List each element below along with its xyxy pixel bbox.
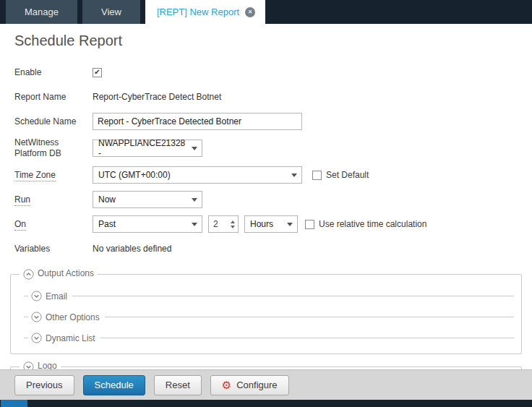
on-unit-selected-value: Hours	[250, 219, 273, 229]
on-label: On	[14, 219, 93, 230]
tab-new-report[interactable]: [REPT] New Report ✕	[145, 0, 265, 24]
page-title: Schedule Report	[14, 33, 522, 49]
divider	[100, 338, 514, 338]
chevron-down-icon	[291, 173, 297, 177]
time-zone-row: Time Zone UTC (GMT+00:00) Set Default	[14, 166, 522, 184]
email-toggle[interactable]: Email	[24, 291, 514, 301]
chevron-down-icon	[192, 223, 197, 226]
set-default-checkbox[interactable]	[312, 171, 322, 180]
schedule-name-row: Schedule Name	[14, 113, 522, 130]
tab-bar: Manage View [REPT] New Report ✕	[0, 0, 532, 24]
time-zone-selected-value: UTC (GMT+00:00)	[98, 170, 171, 180]
spinner-down-icon[interactable]	[231, 226, 235, 228]
email-label: Email	[46, 291, 67, 301]
divider	[105, 317, 514, 317]
relative-time-checkbox[interactable]	[305, 220, 314, 229]
chevron-up-circle-icon	[23, 269, 34, 280]
tab-view-label: View	[101, 7, 121, 17]
divider	[24, 338, 28, 338]
on-count-value: 2	[213, 219, 218, 229]
action-bar: Previous Schedule Reset ⚙ Configure	[0, 369, 532, 400]
enable-label: Enable	[14, 67, 93, 78]
chevron-down-circle-icon	[31, 291, 42, 301]
dynamic-list-label: Dynamic List	[46, 333, 95, 343]
run-select[interactable]: Now	[93, 191, 202, 208]
chevron-down-circle-icon	[31, 333, 42, 343]
spinner-up-icon[interactable]	[231, 220, 235, 223]
bottom-bar-accent	[1, 400, 27, 407]
on-range-select[interactable]: Past	[93, 215, 202, 233]
schedule-name-label: Schedule Name	[14, 116, 93, 127]
previous-button[interactable]: Previous	[14, 375, 74, 395]
report-name-label: Report Name	[14, 92, 93, 103]
check-icon: ✔	[94, 69, 100, 76]
enable-row: Enable ✔	[14, 64, 522, 81]
chevron-down-icon	[192, 147, 197, 150]
divider	[72, 296, 514, 296]
run-row: Run Now	[14, 191, 522, 208]
on-unit-select[interactable]: Hours	[244, 215, 298, 233]
on-count-input[interactable]: 2	[208, 215, 239, 233]
configure-label: Configure	[236, 380, 277, 390]
gear-icon: ⚙	[222, 380, 231, 390]
run-selected-value: Now	[98, 194, 116, 205]
on-row: On Past 2 Hours Use relative	[14, 215, 522, 233]
report-name-value: Report-CyberTrace Detect Botnet	[93, 92, 221, 102]
logo-section: Logo	[10, 360, 522, 369]
platform-db-select[interactable]: NWAPPLIANCE21328 -	[93, 140, 202, 157]
output-actions-label: Output Actions	[38, 268, 94, 278]
logo-toggle[interactable]: Logo	[20, 360, 61, 369]
enable-checkbox[interactable]: ✔	[93, 68, 102, 77]
variables-label: Variables	[14, 244, 93, 254]
relative-time-label: Use relative time calculation	[319, 219, 426, 229]
reset-button[interactable]: Reset	[154, 375, 202, 395]
divider	[24, 317, 28, 317]
report-name-row: Report Name Report-CyberTrace Detect Bot…	[14, 88, 522, 106]
chevron-down-circle-icon	[23, 361, 34, 369]
time-zone-select[interactable]: UTC (GMT+00:00)	[93, 166, 302, 184]
platform-db-selected-value: NWAPPLIANCE21328 -	[98, 138, 186, 158]
time-zone-label: Time Zone	[14, 170, 93, 181]
tab-manage-label: Manage	[25, 7, 59, 17]
other-options-toggle[interactable]: Other Options	[24, 312, 514, 322]
bottom-bar	[0, 400, 532, 407]
schedule-report-window: Manage View [REPT] New Report ✕ Schedule…	[0, 0, 532, 407]
on-range-selected-value: Past	[98, 219, 116, 229]
variables-value: No variables defined	[93, 244, 171, 254]
schedule-name-input[interactable]	[93, 113, 302, 130]
variables-row: Variables No variables defined	[14, 240, 522, 257]
chevron-down-circle-icon	[31, 312, 42, 322]
configure-button[interactable]: ⚙ Configure	[210, 375, 289, 395]
platform-db-label: NetWitness Platform DB	[14, 137, 93, 159]
other-options-label: Other Options	[46, 312, 100, 322]
set-default-label: Set Default	[326, 170, 369, 180]
tab-view[interactable]: View	[82, 0, 140, 24]
schedule-form: Enable ✔ Report Name Report-CyberTrace D…	[10, 64, 522, 257]
run-label: Run	[14, 194, 93, 205]
chevron-down-icon	[287, 223, 293, 226]
divider	[24, 296, 28, 296]
schedule-button[interactable]: Schedule	[83, 375, 145, 395]
tab-new-report-label: [REPT] New Report	[157, 7, 239, 17]
schedule-report-panel: Schedule Report Enable ✔ Report Name Rep…	[0, 24, 532, 369]
number-spinner	[231, 220, 235, 228]
close-icon[interactable]: ✕	[245, 7, 255, 17]
logo-label: Logo	[38, 361, 57, 369]
output-actions-section: Output Actions Email Other Options Dynam…	[10, 267, 522, 354]
platform-db-row: NetWitness Platform DB NWAPPLIANCE21328 …	[14, 137, 522, 159]
tab-manage[interactable]: Manage	[6, 0, 77, 24]
output-actions-toggle[interactable]: Output Actions	[20, 267, 98, 280]
chevron-down-icon	[192, 198, 197, 202]
dynamic-list-toggle[interactable]: Dynamic List	[24, 333, 514, 343]
